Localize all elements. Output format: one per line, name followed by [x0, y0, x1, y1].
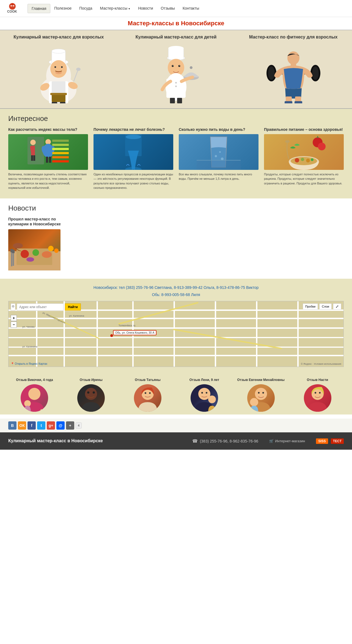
svg-point-75: [125, 167, 142, 170]
svg-point-35: [175, 85, 177, 87]
info-card-bmi-image: [8, 134, 88, 170]
svg-point-121: [319, 392, 321, 394]
svg-point-82: [291, 157, 317, 165]
map-zoom-in[interactable]: +: [11, 315, 17, 321]
map-navigator-icon[interactable]: ⊙: [11, 303, 15, 311]
svg-point-1: [10, 5, 12, 7]
review-item-3[interactable]: Отзыв Татьяны: [122, 378, 174, 412]
map-road: [97, 301, 98, 367]
map-road: [9, 355, 343, 356]
map-expand-button[interactable]: ⤢: [333, 303, 341, 309]
map-layers-button[interactable]: Слои: [319, 303, 332, 309]
nav-masterclass-label[interactable]: Мастер-классы: [96, 4, 134, 13]
nav-masterclass-dropdown[interactable]: Мастер-классы: [96, 4, 134, 13]
info-card-medicine[interactable]: Почему лекарства не лечат болезнь? Один …: [94, 127, 173, 190]
hero-card-1[interactable]: Кулинарный мастер-класс для взрослых: [0, 30, 117, 108]
contact-line2: Обь: 8-993-005-58-68 Лиля: [8, 291, 344, 298]
map-traffic-button[interactable]: Пробки: [303, 303, 318, 309]
svg-rect-79: [197, 160, 241, 170]
svg-point-112: [201, 392, 203, 394]
map-road: [256, 301, 257, 367]
review-item-4[interactable]: Отзыв Лени, 9 лет: [178, 378, 230, 412]
footer-shop[interactable]: 🛒 Интернет-магазин: [269, 439, 305, 443]
svg-rect-70: [52, 152, 69, 154]
svg-point-55: [30, 140, 36, 145]
svg-point-118: [250, 398, 258, 406]
nav-home[interactable]: Главная: [28, 4, 50, 13]
svg-rect-99: [12, 250, 15, 253]
news-item-1-image: [8, 229, 61, 270]
svg-point-86: [311, 158, 314, 161]
review-item-1[interactable]: Отзыв Викочки, 4 года: [8, 378, 61, 412]
nav-news[interactable]: Новости: [134, 4, 157, 13]
hero-card-3-title: Мастер-класс по фитнесу для взрослых: [237, 34, 349, 40]
svg-point-113: [206, 392, 207, 394]
review-item-2[interactable]: Отзыв Ирины: [65, 378, 117, 412]
review-4-photo: [191, 384, 218, 412]
info-card-medicine-text: Один из неизбежных процессов в рационали…: [94, 172, 173, 190]
svg-point-25: [168, 46, 184, 51]
info-card-water-title: Сколько нужно пить воды в день?: [179, 127, 258, 132]
social-fb-button[interactable]: f: [28, 421, 36, 430]
info-card-bmi-title: Как рассчитать индекс массы тела?: [8, 127, 88, 132]
nav-reviews[interactable]: Отзывы: [157, 4, 179, 13]
social-ok-button[interactable]: ОК: [18, 421, 26, 430]
logo-svg: COOK: [6, 2, 19, 15]
main-nav: Главная Полезное Посуда Мастер-классы Но…: [28, 4, 203, 13]
nav-useful[interactable]: Полезное: [50, 4, 75, 13]
nav-dishes[interactable]: Посуда: [75, 4, 96, 13]
svg-point-42: [268, 67, 275, 80]
info-card-water[interactable]: Сколько нужно пить воды в день?: [179, 127, 258, 190]
logo[interactable]: COOK: [6, 2, 19, 15]
svg-point-29: [173, 65, 173, 66]
svg-point-100: [48, 246, 54, 251]
news-cooking-image: [8, 229, 61, 270]
review-3-photo: [134, 384, 161, 412]
map-search-bar: ⊙ Найти: [11, 303, 81, 311]
info-card-medicine-image: [94, 134, 173, 170]
map-search-input[interactable]: [17, 303, 64, 311]
svg-point-34: [175, 82, 177, 84]
svg-point-83: [295, 158, 299, 162]
map-zoom-out[interactable]: −: [11, 322, 17, 328]
svg-point-76: [215, 155, 217, 157]
svg-rect-59: [31, 155, 33, 161]
map-street-label: Толмачёвск. ш.: [119, 324, 136, 327]
hero-card-3[interactable]: Мастер-класс по фитнесу для взрослых: [235, 30, 352, 108]
svg-rect-54: [28, 137, 44, 164]
map-open-yandex[interactable]: 📍 Открыть в Яндекс Картах: [11, 362, 47, 365]
svg-point-92: [21, 250, 29, 258]
social-mail-button[interactable]: @: [56, 421, 65, 430]
interesting-title: Интересное: [8, 114, 344, 123]
svg-rect-71: [52, 156, 69, 158]
svg-point-30: [179, 65, 180, 66]
review-item-6[interactable]: Отзыв Насти: [291, 378, 344, 412]
review-1-photo: [21, 384, 48, 412]
map-search-button[interactable]: Найти: [65, 303, 81, 311]
social-vk-button[interactable]: В: [8, 421, 16, 430]
svg-point-11: [61, 66, 63, 68]
map-container: ул. Максима Горького Толмачёвск. ш. ул. …: [8, 301, 344, 367]
bmi-illustration: [26, 134, 70, 170]
svg-point-37: [190, 66, 193, 69]
news-title: Новости: [8, 204, 344, 212]
svg-rect-67: [52, 140, 69, 142]
social-tw-button[interactable]: t: [37, 421, 45, 430]
hero-card-2[interactable]: Кулинарный мастер-класс для детей: [117, 30, 235, 108]
svg-point-88: [318, 143, 326, 150]
water-illustration: [197, 134, 241, 170]
hero-chef-kids-illustration: [148, 43, 204, 103]
info-card-nutrition[interactable]: Правильное питание – основа здоровья!: [264, 127, 344, 190]
news-item-1[interactable]: Прошел мастер-класс по кулинарии в Новос…: [8, 217, 69, 270]
footer-shop-label: Интернет-магазин: [275, 439, 305, 443]
info-card-medicine-title: Почему лекарства не лечат болезнь?: [94, 127, 173, 132]
svg-point-101: [54, 248, 59, 253]
social-gp-button[interactable]: g+: [47, 421, 55, 430]
nav-contacts[interactable]: Контакты: [179, 4, 203, 13]
review-5-title: Отзыв Евгении Михайловны: [235, 378, 287, 382]
info-card-bmi[interactable]: Как рассчитать индекс массы тела?: [8, 127, 88, 190]
hero-cards: Кулинарный мастер-класс для взрослых: [0, 30, 352, 108]
review-item-5[interactable]: Отзыв Евгении Михайловны: [235, 378, 287, 412]
svg-point-94: [42, 251, 52, 258]
social-plus-button[interactable]: +: [66, 421, 74, 430]
